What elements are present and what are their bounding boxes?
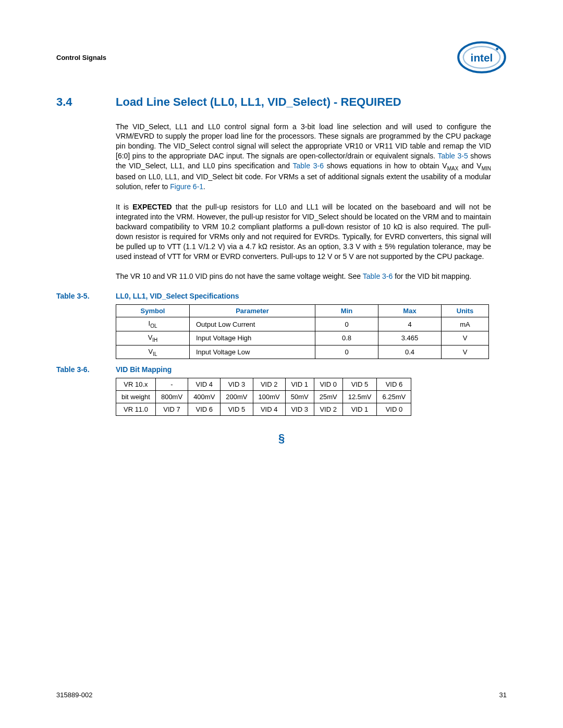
- cell: 50mV: [285, 391, 314, 403]
- cell-symbol: IOL: [116, 317, 190, 331]
- cell: VID 5: [342, 378, 377, 391]
- cell-max: 4: [378, 317, 442, 331]
- text: and V: [458, 162, 481, 170]
- subscript: MIN: [482, 166, 491, 171]
- cell-symbol: VIH: [116, 331, 190, 345]
- expected-bold: EXPECTED: [132, 203, 172, 211]
- cell: VID 2: [314, 403, 342, 416]
- table-3-5-label: Table 3-5.: [56, 292, 116, 300]
- table-row: VIL Input Voltage Low 0 0.4 V: [116, 345, 489, 359]
- cell-units: V: [442, 345, 489, 359]
- xref-table-3-6[interactable]: Table 3-6: [363, 272, 393, 280]
- cell-min: 0: [315, 317, 378, 331]
- cell: VID 4: [188, 378, 221, 391]
- cell: bit weight: [116, 391, 156, 403]
- paragraph-2: It is EXPECTED that the pull-up resistor…: [116, 202, 491, 261]
- cell: VR 10.x: [116, 378, 156, 391]
- cell-parameter: Output Low Current: [190, 317, 315, 331]
- text: The VID_Select, LL1 and LL0 control sign…: [116, 122, 491, 161]
- th-parameter: Parameter: [190, 305, 315, 317]
- footer-doc-number: 315889-002: [56, 691, 92, 699]
- text: shows equations in how to obtain V: [324, 162, 447, 170]
- cell: VID 1: [342, 403, 377, 416]
- th-symbol: Symbol: [116, 305, 190, 317]
- section-title: Load Line Select (LL0, LL1, VID_Select) …: [116, 95, 401, 109]
- intel-logo-icon: intel: [457, 41, 507, 74]
- text: It is: [116, 203, 132, 211]
- svg-text:intel: intel: [471, 52, 493, 64]
- running-header: Control Signals: [56, 54, 106, 61]
- cell: VID 7: [155, 403, 188, 416]
- cell: 6.25mV: [377, 391, 411, 403]
- cell: VID 3: [221, 378, 253, 391]
- table-3-5-title: LL0, LL1, VID_Select Specifications: [116, 292, 239, 300]
- cell: VID 0: [377, 403, 411, 416]
- section-number: 3.4: [56, 95, 116, 109]
- cell-symbol: VIL: [116, 345, 190, 359]
- xref-figure-6-1[interactable]: Figure 6-1: [170, 182, 203, 191]
- th-units: Units: [442, 305, 489, 317]
- text: that the pull-up resistors for LL0 and L…: [116, 203, 491, 260]
- cell: VID 1: [285, 378, 314, 391]
- table-row: bit weight 800mV 400mV 200mV 100mV 50mV …: [116, 391, 411, 403]
- cell: VID 5: [221, 403, 253, 416]
- cell: 200mV: [221, 391, 253, 403]
- text: for the VID bit mapping.: [393, 272, 471, 280]
- subscript: MAX: [447, 166, 459, 171]
- section-end-mark: §: [56, 431, 507, 445]
- cell-min: 0: [315, 345, 378, 359]
- text: .: [203, 182, 205, 191]
- svg-point-3: [496, 48, 498, 51]
- th-min: Min: [315, 305, 378, 317]
- table-3-6-title: VID Bit Mapping: [116, 365, 172, 374]
- paragraph-3: The VR 10 and VR 11.0 VID pins do not ha…: [116, 272, 491, 281]
- cell: VID 6: [377, 378, 411, 391]
- cell: -: [155, 378, 188, 391]
- cell: 25mV: [314, 391, 342, 403]
- cell: VR 11.0: [116, 403, 156, 416]
- cell: VID 2: [253, 378, 285, 391]
- table-3-6: VR 10.x - VID 4 VID 3 VID 2 VID 1 VID 0 …: [116, 378, 411, 416]
- cell: 12.5mV: [342, 391, 377, 403]
- footer-page-number: 31: [499, 691, 507, 699]
- paragraph-1: The VID_Select, LL1 and LL0 control sign…: [116, 122, 491, 192]
- cell: 400mV: [188, 391, 221, 403]
- cell: 800mV: [155, 391, 188, 403]
- cell: VID 0: [314, 378, 342, 391]
- text: The VR 10 and VR 11.0 VID pins do not ha…: [116, 272, 363, 280]
- table-row: VR 11.0 VID 7 VID 6 VID 5 VID 4 VID 3 VI…: [116, 403, 411, 416]
- cell: VID 6: [188, 403, 221, 416]
- table-3-5: Symbol Parameter Min Max Units IOL Outpu…: [116, 304, 489, 359]
- cell: 100mV: [253, 391, 285, 403]
- cell-min: 0.8: [315, 331, 378, 345]
- cell: VID 4: [253, 403, 285, 416]
- xref-table-3-5[interactable]: Table 3-5: [437, 152, 468, 160]
- th-max: Max: [378, 305, 442, 317]
- cell-parameter: Input Voltage High: [190, 331, 315, 345]
- cell-parameter: Input Voltage Low: [190, 345, 315, 359]
- xref-table-3-6[interactable]: Table 3-6: [293, 162, 324, 170]
- cell-units: mA: [442, 317, 489, 331]
- cell-max: 3.465: [378, 331, 442, 345]
- table-3-6-label: Table 3-6.: [56, 365, 116, 374]
- table-row: IOL Output Low Current 0 4 mA: [116, 317, 489, 331]
- cell-max: 0.4: [378, 345, 442, 359]
- table-row: VIH Input Voltage High 0.8 3.465 V: [116, 331, 489, 345]
- cell: VID 3: [285, 403, 314, 416]
- table-row: Symbol Parameter Min Max Units: [116, 305, 489, 317]
- table-row: VR 10.x - VID 4 VID 3 VID 2 VID 1 VID 0 …: [116, 378, 411, 391]
- cell-units: V: [442, 331, 489, 345]
